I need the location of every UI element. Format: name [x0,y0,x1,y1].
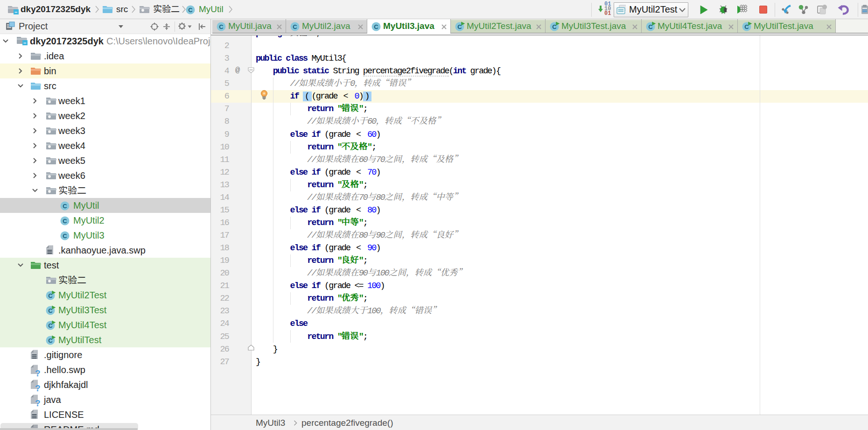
svg-text:C: C [293,23,297,30]
svg-text:?: ? [35,368,41,377]
svg-text:C: C [219,23,224,30]
svg-text:C: C [63,203,67,210]
svg-text:C: C [63,233,67,240]
svg-text:?: ? [35,398,41,407]
svg-text:C: C [374,23,378,30]
svg-text:C: C [188,7,193,14]
svg-text:C: C [63,218,67,225]
svg-text:?: ? [35,383,41,392]
